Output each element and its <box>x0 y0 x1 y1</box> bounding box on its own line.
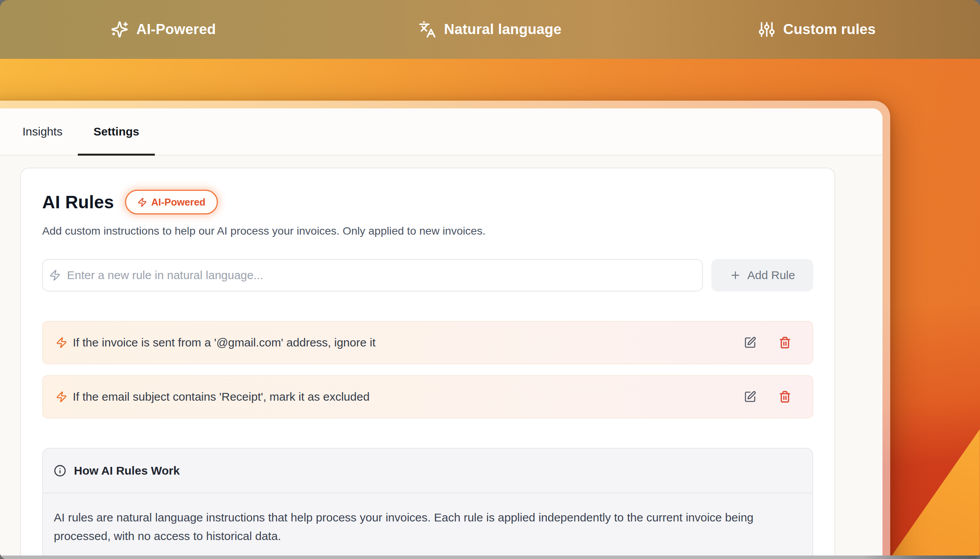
tab-bar: Insights Settings <box>0 108 882 156</box>
rule-input-wrapper <box>42 259 703 292</box>
add-rule-label: Add Rule <box>747 269 795 282</box>
feature-label: Natural language <box>444 21 561 38</box>
zap-icon <box>56 391 67 403</box>
infobox-title: How AI Rules Work <box>74 464 180 477</box>
trash-icon <box>779 391 791 403</box>
app-window: Insights Settings AI Rules AI- <box>0 101 890 559</box>
zap-icon <box>137 197 147 207</box>
tab-settings[interactable]: Settings <box>78 108 154 155</box>
feature-ai-powered: AI-Powered <box>0 21 327 38</box>
info-icon <box>54 465 66 477</box>
feature-label: Custom rules <box>783 21 876 38</box>
edit-icon <box>744 336 756 349</box>
trash-icon <box>779 336 791 349</box>
edit-icon <box>744 391 756 403</box>
screen-bottom-edge <box>0 556 980 559</box>
delete-rule-button[interactable] <box>762 391 791 403</box>
sparkles-icon <box>111 21 128 38</box>
app-window-content: Insights Settings AI Rules AI- <box>0 108 882 559</box>
feature-natural-language: Natural language <box>327 21 653 38</box>
new-rule-row: Add Rule <box>42 259 813 292</box>
active-tab-indicator <box>78 154 154 156</box>
zap-icon <box>49 269 61 281</box>
ai-rules-card: AI Rules AI-Powered Add custom instructi… <box>20 168 835 559</box>
zap-icon <box>56 337 67 348</box>
add-rule-button[interactable]: Add Rule <box>711 259 813 292</box>
tab-insights[interactable]: Insights <box>7 108 78 155</box>
infobox-body: AI rules are natural language instructio… <box>43 494 794 559</box>
how-ai-rules-work-box: How AI Rules Work AI rules are natural l… <box>42 448 813 559</box>
new-rule-input[interactable] <box>66 268 702 282</box>
rules-list: If the invoice is sent from a '@gmail.co… <box>42 321 813 418</box>
ai-powered-badge: AI-Powered <box>125 190 218 214</box>
rule-row: If the invoice is sent from a '@gmail.co… <box>42 321 813 364</box>
rule-row: If the email subject contains 'Receipt',… <box>42 375 813 418</box>
languages-icon <box>418 21 436 38</box>
card-title: AI Rules <box>42 192 114 213</box>
card-heading-row: AI Rules AI-Powered <box>42 190 813 214</box>
rule-text: If the email subject contains 'Receipt',… <box>73 390 738 403</box>
infobox-header: How AI Rules Work <box>43 449 812 493</box>
card-description: Add custom instructions to help our AI p… <box>42 225 813 237</box>
rule-text: If the invoice is sent from a '@gmail.co… <box>73 336 738 349</box>
edit-rule-button[interactable] <box>744 391 756 403</box>
sliders-icon <box>758 21 776 38</box>
feature-label: AI-Powered <box>136 21 216 38</box>
badge-label: AI-Powered <box>151 197 206 208</box>
plus-icon <box>730 269 741 281</box>
settings-panel: AI Rules AI-Powered Add custom instructi… <box>0 156 882 559</box>
edit-rule-button[interactable] <box>744 336 756 349</box>
feature-custom-rules: Custom rules <box>653 21 980 38</box>
screen: AI-Powered Natural language Custom rules… <box>0 0 980 559</box>
delete-rule-button[interactable] <box>762 336 791 349</box>
tab-label: Settings <box>93 125 139 138</box>
tab-label: Insights <box>22 125 62 138</box>
feature-banner: AI-Powered Natural language Custom rules <box>0 0 980 59</box>
